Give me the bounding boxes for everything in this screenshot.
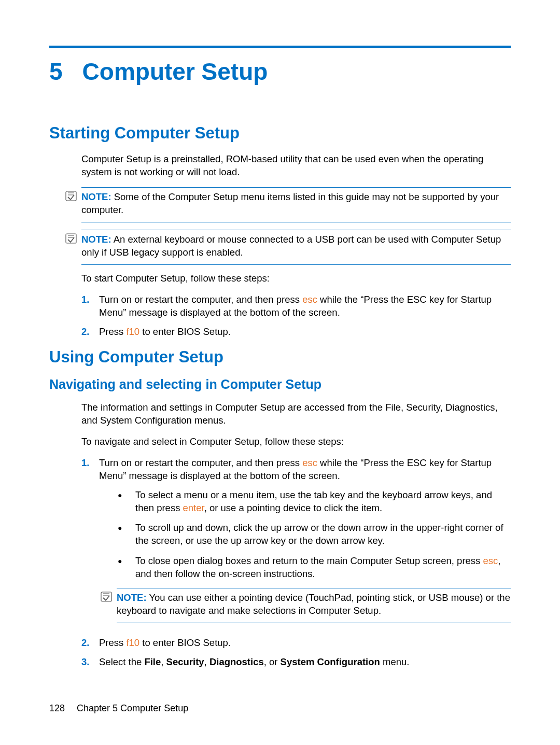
key-enter: enter (183, 502, 204, 513)
note-icon (65, 190, 77, 202)
step-marker: 1. (81, 293, 99, 319)
key-f10: f10 (126, 637, 139, 648)
section1-intro: Computer Setup is a preinstalled, ROM-ba… (81, 153, 511, 179)
bullet-marker: ● (118, 489, 135, 515)
bullet-body: To close open dialog boxes and return to… (135, 555, 511, 581)
bullet-body: To scroll up and down, click the up arro… (135, 522, 511, 547)
note-label: NOTE: (81, 234, 111, 245)
note-label: NOTE: (81, 191, 111, 202)
step-body: Turn on or restart the computer, and the… (99, 293, 511, 319)
bullet-marker: ● (118, 555, 135, 581)
note-icon (100, 591, 113, 603)
step-marker: 1. (81, 457, 99, 631)
section-heading-using: Using Computer Setup (49, 348, 511, 367)
note-box-3: NOTE: You can use either a pointing devi… (117, 588, 511, 623)
bullet-body: To select a menu or a menu item, use the… (135, 489, 511, 515)
note-box-1: NOTE: Some of the Computer Setup menu it… (81, 187, 511, 222)
note-2-content: NOTE: An external keyboard or mouse conn… (81, 234, 501, 258)
menu-file: File (144, 656, 161, 667)
step-marker: 2. (81, 326, 99, 339)
sub1-intro: The information and settings in Computer… (81, 401, 511, 427)
key-esc: esc (302, 457, 317, 468)
menu-security: Security (166, 656, 204, 667)
sub1-steps: 1. Turn on or restart the computer, and … (81, 457, 511, 669)
note-box-2: NOTE: An external keyboard or mouse conn… (81, 230, 511, 265)
step-marker: 3. (81, 656, 99, 669)
bullet-marker: ● (118, 522, 135, 547)
note-2-text: An external keyboard or mouse connected … (81, 234, 501, 258)
sub1-bullets: ● To select a menu or a menu item, use t… (118, 489, 511, 581)
step-body: Press f10 to enter BIOS Setup. (99, 326, 511, 339)
key-esc: esc (302, 294, 317, 305)
menu-system-configuration: System Configuration (281, 656, 380, 667)
menu-diagnostics: Diagnostics (209, 656, 264, 667)
list-item: ● To scroll up and down, click the up ar… (118, 522, 511, 547)
top-rule (49, 46, 511, 48)
section1-steps: 1. Turn on or restart the computer, and … (81, 293, 511, 339)
key-f10: f10 (126, 326, 139, 337)
document-page: 5 Computer Setup Starting Computer Setup… (0, 0, 560, 745)
list-item: 2. Press f10 to enter BIOS Setup. (81, 637, 511, 650)
step-marker: 2. (81, 637, 99, 650)
note-label: NOTE: (117, 592, 147, 603)
section2-body: The information and settings in Computer… (81, 401, 511, 669)
note-3-text: You can use either a pointing device (To… (117, 592, 510, 616)
chapter-heading: 5 Computer Setup (49, 60, 511, 83)
list-item: 1. Turn on or restart the computer, and … (81, 293, 511, 319)
list-item: 2. Press f10 to enter BIOS Setup. (81, 326, 511, 339)
step-body: Press f10 to enter BIOS Setup. (99, 637, 511, 650)
step-body: Select the File, Security, Diagnostics, … (99, 656, 511, 669)
list-item: 3. Select the File, Security, Diagnostic… (81, 656, 511, 669)
step-body: Turn on or restart the computer, and the… (99, 457, 511, 631)
chapter-number: 5 (49, 60, 63, 83)
page-number: 128 (49, 703, 65, 713)
section1-body: Computer Setup is a preinstalled, ROM-ba… (81, 153, 511, 339)
key-esc: esc (483, 555, 498, 566)
page-footer: 128 Chapter 5 Computer Setup (49, 703, 188, 714)
list-item: ● To select a menu or a menu item, use t… (118, 489, 511, 515)
section-heading-starting: Starting Computer Setup (49, 124, 511, 143)
note-1-text: Some of the Computer Setup menu items li… (81, 191, 499, 215)
list-item: ● To close open dialog boxes and return … (118, 555, 511, 581)
footer-text: Chapter 5 Computer Setup (77, 703, 188, 713)
sub1-lead: To navigate and select in Computer Setup… (81, 435, 511, 448)
section1-lead: To start Computer Setup, follow these st… (81, 272, 511, 285)
note-1-content: NOTE: Some of the Computer Setup menu it… (81, 191, 499, 215)
note-icon (65, 232, 77, 245)
note-3-content: NOTE: You can use either a pointing devi… (117, 592, 510, 616)
subsection-heading-navigating: Navigating and selecting in Computer Set… (49, 377, 511, 392)
list-item: 1. Turn on or restart the computer, and … (81, 457, 511, 631)
chapter-title: Computer Setup (82, 60, 268, 83)
